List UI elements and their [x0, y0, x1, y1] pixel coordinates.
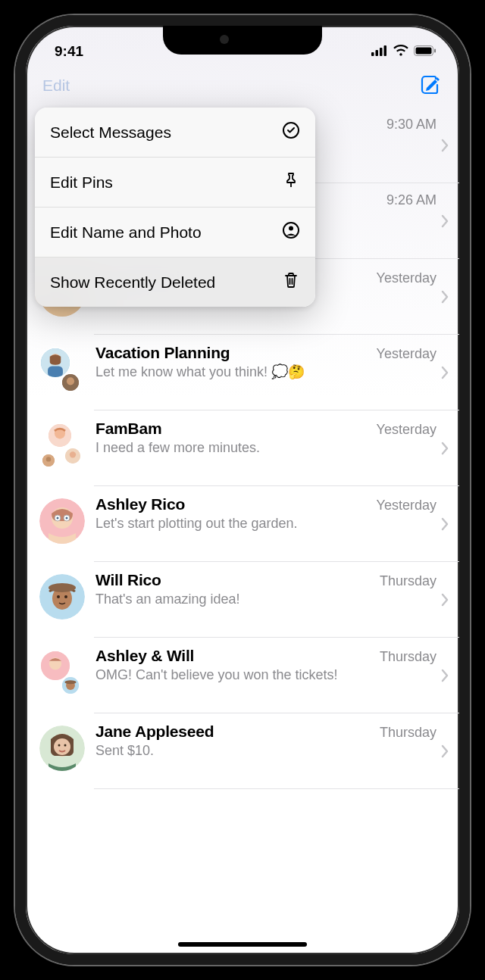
svg-point-22	[46, 457, 51, 461]
menu-item-label: Show Recently Deleted	[50, 273, 215, 292]
avatar	[39, 498, 85, 544]
menu-item-edit-name-photo[interactable]: Edit Name and Photo	[35, 208, 315, 257]
person-circle-icon	[282, 221, 300, 243]
conversation-time: 9:30 AM	[386, 117, 436, 133]
battery-icon	[414, 43, 436, 60]
svg-rect-1	[376, 50, 379, 56]
conversation-preview: That's an amazing idea!	[95, 591, 436, 608]
avatar-group	[39, 347, 85, 392]
compose-button[interactable]	[420, 74, 443, 97]
chevron-right-icon	[441, 669, 449, 685]
menu-item-label: Select Messages	[50, 123, 171, 142]
wifi-icon	[393, 43, 408, 60]
conversation-preview: OMG! Can't believe you won the tickets!	[95, 666, 436, 684]
menu-item-edit-pins[interactable]: Edit Pins	[35, 158, 315, 208]
conversation-row[interactable]: Will Rico Thursday That's an amazing ide…	[26, 562, 459, 638]
conversation-time: Yesterday	[377, 498, 436, 513]
nav-bar: Edit	[26, 67, 459, 108]
conversation-row[interactable]: Ashley Rico Yesterday Let's start plotti…	[26, 486, 459, 562]
chevron-right-icon	[441, 290, 449, 307]
svg-point-20	[70, 451, 76, 457]
svg-point-31	[48, 583, 76, 592]
edit-menu: Select Messages Edit Pins Edit Name and …	[35, 108, 315, 307]
chevron-right-icon	[441, 442, 449, 458]
menu-item-select-messages[interactable]: Select Messages	[35, 108, 315, 158]
conversation-preview: I need a few more minutes.	[95, 439, 436, 457]
trash-icon	[282, 271, 300, 293]
cellular-icon	[371, 43, 388, 60]
svg-point-43	[64, 744, 67, 747]
check-circle-icon	[282, 121, 300, 143]
svg-rect-5	[416, 48, 432, 55]
svg-rect-6	[434, 49, 436, 53]
conversation-row[interactable]: FamBam Yesterday I need a few more minut…	[26, 410, 459, 486]
menu-item-label: Edit Name and Photo	[50, 223, 202, 242]
conversation-name: Will Rico	[95, 571, 161, 589]
chevron-right-icon	[441, 744, 449, 761]
conversation-time: Yesterday	[377, 270, 436, 286]
menu-item-recently-deleted[interactable]: Show Recently Deleted	[35, 257, 315, 307]
svg-point-27	[57, 517, 59, 520]
svg-point-28	[66, 517, 68, 520]
conversation-time: Yesterday	[377, 422, 436, 438]
conversation-time: Thursday	[380, 573, 436, 589]
conversation-preview: Let's start plotting out the garden.	[95, 515, 436, 532]
svg-point-32	[57, 595, 60, 598]
chevron-right-icon	[441, 214, 449, 231]
svg-point-33	[64, 595, 67, 598]
svg-point-38	[64, 680, 76, 684]
conversation-name: FamBam	[95, 420, 162, 438]
menu-item-label: Edit Pins	[50, 173, 113, 192]
conversation-time: Thursday	[380, 649, 436, 665]
chevron-right-icon	[441, 593, 449, 610]
svg-rect-0	[371, 52, 374, 56]
svg-rect-2	[380, 48, 383, 56]
avatar	[39, 726, 85, 771]
pin-icon	[282, 171, 300, 193]
conversation-name: Ashley & Will	[95, 647, 194, 665]
chevron-right-icon	[441, 366, 449, 382]
conversation-preview: Sent $10.	[95, 742, 436, 760]
conversation-name: Jane Appleseed	[95, 723, 214, 741]
conversation-time: Yesterday	[377, 346, 436, 362]
svg-rect-3	[384, 45, 387, 56]
status-time: 9:41	[55, 43, 83, 60]
svg-point-16	[67, 377, 74, 385]
avatar	[39, 574, 85, 620]
chevron-right-icon	[441, 139, 449, 155]
avatar-group	[39, 650, 85, 695]
svg-point-47	[289, 226, 293, 231]
svg-rect-14	[48, 367, 63, 377]
chevron-right-icon	[441, 517, 449, 534]
conversation-name: Ashley Rico	[95, 495, 185, 513]
conversation-row[interactable]: Vacation Planning Yesterday Let me know …	[26, 335, 459, 410]
avatar-group	[39, 423, 85, 468]
edit-button[interactable]: Edit	[42, 76, 70, 95]
svg-point-41	[54, 738, 70, 755]
conversation-time: 9:26 AM	[386, 192, 436, 208]
conversation-row[interactable]: Ashley & Will Thursday OMG! Can't believ…	[26, 638, 459, 713]
conversation-preview: Let me know what you think! 💭🤔	[95, 364, 436, 381]
home-indicator[interactable]	[178, 942, 307, 947]
conversation-time: Thursday	[380, 725, 436, 741]
conversation-row[interactable]: Jane Appleseed Thursday Sent $10.	[26, 713, 459, 789]
conversation-name: Vacation Planning	[95, 344, 230, 362]
svg-point-42	[58, 744, 61, 747]
